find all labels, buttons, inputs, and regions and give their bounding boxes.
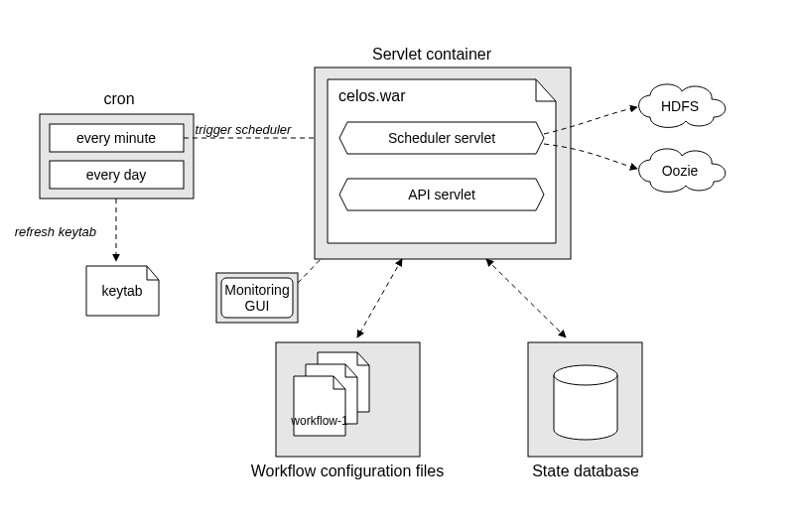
servlet-title: Servlet container <box>372 46 492 63</box>
trigger-edge: trigger scheduler <box>184 122 333 138</box>
monitoring-line1: Monitoring <box>224 282 289 298</box>
servlet-to-statedb-arrow <box>486 259 566 337</box>
cron-group: cron every minute every day <box>40 90 194 199</box>
trigger-label: trigger scheduler <box>196 122 292 137</box>
oozie-cloud: Oozie <box>639 149 726 192</box>
hdfs-label: HDFS <box>661 98 699 114</box>
cron-title: cron <box>103 90 134 107</box>
svg-point-0 <box>554 365 617 385</box>
cron-item-0-label: every minute <box>76 130 156 146</box>
monitoring-line2: GUI <box>245 298 270 314</box>
servlet-to-workflows-arrow <box>357 259 402 337</box>
database-icon <box>554 365 617 440</box>
workflow-caption: Workflow configuration files <box>251 463 444 479</box>
refresh-label: refresh keytab <box>15 224 96 239</box>
oozie-label: Oozie <box>662 163 699 179</box>
scheduler-label: Scheduler servlet <box>388 130 495 146</box>
keytab-file: keytab <box>86 266 159 316</box>
servlet-container: Servlet container celos.war Scheduler se… <box>315 46 571 259</box>
state-database: State database <box>528 342 642 479</box>
statedb-caption: State database <box>532 463 639 479</box>
workflow-file-label: workflow-1 <box>290 414 348 428</box>
keytab-label: keytab <box>101 283 142 299</box>
workflow-files: workflow-1 Workflow configuration files <box>251 342 444 479</box>
hdfs-cloud: HDFS <box>639 84 726 127</box>
war-label: celos.war <box>338 87 406 104</box>
cron-item-1-label: every day <box>86 167 147 183</box>
refresh-edge: refresh keytab <box>15 199 116 261</box>
monitoring-gui: Monitoring GUI <box>216 273 298 323</box>
api-label: API servlet <box>408 187 475 202</box>
